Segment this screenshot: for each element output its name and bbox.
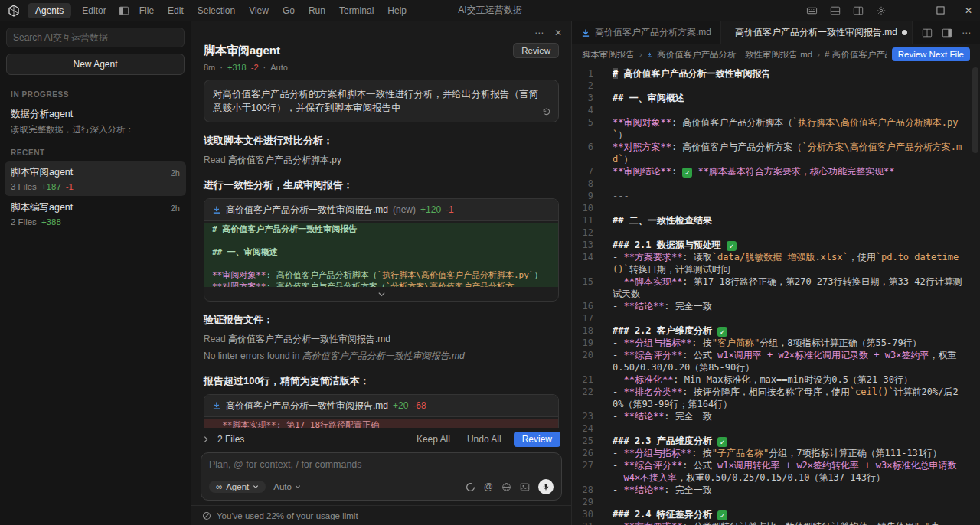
tab-plan-md[interactable]: 高价值客户产品分析方案.md [572,21,721,44]
user-message[interactable]: 对高价值客户产品分析的方案和脚本一致性进行分析，并给出分析报告（言简意赅小于10… [204,80,559,122]
file-link[interactable]: 高价值客户产品分析脚本.py [228,155,341,165]
sidebar-item-script-writer-agent[interactable]: 脚本编写agent 2h 2 Files +388 [5,197,186,231]
editor-line[interactable]: 28- **结论**: 完全一致 [572,484,980,496]
editor-line[interactable]: 11## 二、一致性检查结果 [572,214,980,227]
breadcrumb-symbol[interactable]: # 高价值客户产品分析一 [825,49,887,60]
editor-line[interactable]: 10 [572,202,980,214]
image-icon[interactable] [520,482,530,492]
search-box[interactable] [6,28,185,47]
menu-go[interactable]: Go [277,3,300,18]
editor-scrollbar[interactable] [972,67,978,153]
chevron-right-icon[interactable] [202,435,210,443]
markdown-file-icon [212,205,221,214]
tab-agents[interactable]: Agents [28,3,71,18]
editor-line[interactable]: 26- **分组与指标**: 按"子产品名称"分组，7项指标计算正确（第111-… [572,447,980,459]
maximize-button[interactable] [934,4,948,18]
editor-line[interactable]: 29 [572,496,980,508]
tool-read-line[interactable]: Read 高价值客户产品分析一致性审阅报告.md [204,333,559,346]
tab-review-report-md[interactable]: 高价值客户产品分析一致性审阅报告.md [721,21,913,44]
editor-line[interactable]: 21- **标准化**: Min-Max标准化，max==min时设为0.5（第… [572,373,980,386]
more-actions-icon[interactable]: ⋯ [962,28,971,38]
layout-panel-icon[interactable] [828,4,842,18]
editor-line[interactable]: 9--- [572,190,980,202]
editor-line[interactable]: 16- **结论**: 完全一致 [572,300,980,312]
editor-line[interactable]: 5**审阅对象**: 高价值客户产品分析脚本（`执行脚本\高价值客户产品分析脚本… [572,116,980,141]
menu-terminal[interactable]: Terminal [334,3,379,18]
editor-line[interactable]: 4 [572,104,980,116]
editor-line[interactable]: 7**审阅结论**: ✓ **脚本基本符合方案要求，核心功能完整实现** [572,165,980,178]
editor-line[interactable]: 12 [572,227,980,239]
menu-run[interactable]: Run [303,3,331,18]
sidebar-item-script-review-agent[interactable]: 脚本审阅agent 2h 3 Files +187 -1 [5,161,186,196]
split-editor-icon[interactable] [922,28,933,38]
editor-line[interactable]: 3## 一、审阅概述 [572,92,980,104]
editor-line[interactable]: 31- **方案要求**: 分类型特征计算占比，数值型特征计算均值，缺失值用"-… [572,520,980,525]
model-dropdown[interactable]: Auto [273,482,301,491]
more-actions-icon[interactable]: ⋯ [534,28,544,38]
tool-read-line[interactable]: Read 高价值客户产品分析脚本.py [204,154,559,167]
toggle-sidebar-icon[interactable] [117,4,131,18]
review-button[interactable]: Review [514,432,560,447]
composer-placeholder[interactable]: Plan, @ for context, / for commands [209,459,554,470]
settings-gear-icon[interactable] [874,4,888,18]
review-button-top[interactable]: Review [513,43,559,58]
diff-removed: -68 [413,400,426,411]
file-link[interactable]: 高价值客户产品分析一致性审阅报告.md [228,334,390,344]
editor-line[interactable]: 2 [572,80,980,92]
keyboard-icon[interactable] [805,4,819,18]
breadcrumb-file[interactable]: 高价值客户产品分析一致性审阅报告.md [657,49,812,60]
modified-dot-icon[interactable] [902,30,907,35]
search-input[interactable] [13,32,178,43]
line-content: ## 一、审阅概述 [603,92,980,104]
diff-card-simplified-report[interactable]: 高价值客户产品分析一致性审阅报告.md +20 -68 - **脚本实现**: … [204,394,559,428]
layout-right-icon[interactable] [851,4,865,18]
editor-line[interactable]: 13### 2.1 数据源与预处理 ✓ [572,239,980,251]
files-count[interactable]: 2 Files [217,434,244,445]
menu-selection[interactable]: Selection [192,3,240,18]
editor-line[interactable]: 27- **综合评分**: 公式 w1×调用转化率 + w2×签约转化率 + w… [572,459,980,484]
menu-edit[interactable]: Edit [162,3,189,18]
editor-line[interactable]: 18### 2.2 客户维度分析 ✓ [572,324,980,337]
editor-line[interactable]: 1# 高价值客户产品分析一致性审阅报告 [572,67,980,80]
editor-line[interactable]: 24 [572,422,980,435]
mention-icon[interactable]: @ [484,481,493,492]
editor-line[interactable]: 15- **脚本实现**: 第17-18行路径正确，第270-273行转换日期，… [572,276,980,300]
close-button[interactable]: ✕ [965,5,972,16]
editor-line[interactable]: 30### 2.4 特征差异分析 ✓ [572,508,980,520]
web-globe-icon[interactable] [501,482,511,492]
menu-file[interactable]: File [134,3,159,18]
editor-line[interactable]: 6**对照方案**: 高价值客户与产品分析方案（`分析方案\高价值客户产品分析方… [572,141,980,165]
toggle-panel-icon[interactable] [942,28,952,38]
line-content [603,227,980,239]
expand-diff-chevron-icon[interactable] [204,287,558,301]
restore-checkpoint-icon[interactable] [542,107,551,116]
breadcrumb-folder[interactable]: 脚本审阅报告 [582,49,635,60]
editor-line[interactable]: 8 [572,178,980,190]
keep-all-button[interactable]: Keep All [412,432,455,447]
editor-body[interactable]: 1# 高价值客户产品分析一致性审阅报告2 3## 一、审阅概述4 5**审阅对象… [572,64,980,525]
file-link[interactable]: 高价值客户产品分析一致性审阅报告.md [302,351,465,361]
menu-view[interactable]: View [243,3,274,18]
voice-mic-button[interactable] [538,479,554,494]
diff-file-name[interactable]: 高价值客户产品分析一致性审阅报告.md [226,399,388,412]
chat-scroll-area[interactable]: 脚本审阅agent Review 8m· +318 -2 ·Auto 对高价值客… [191,21,571,428]
undo-all-button[interactable]: Undo All [462,432,506,447]
editor-line[interactable]: 25### 2.3 产品维度分析 ✓ [572,435,980,447]
tab-editor[interactable]: Editor [74,3,113,18]
chat-composer[interactable]: Plan, @ for context, / for commands ∞ Ag… [201,452,562,501]
diff-file-name[interactable]: 高价值客户产品分析一致性审阅报告.md [226,204,388,217]
editor-line[interactable]: 22- **排名分类**: 按评分降序，相同按名称字母序，使用`ceil()`计… [572,386,980,410]
new-agent-button[interactable]: New Agent [6,54,185,75]
menu-help[interactable]: Help [382,3,412,18]
agent-mode-dropdown[interactable]: ∞ Agent [209,481,266,493]
minimize-button[interactable]: — [908,5,917,16]
editor-line[interactable]: 14- **方案要求**: 读取`data/脱敏数据_增强版.xlsx`，使用`… [572,251,980,276]
close-panel-icon[interactable]: ✕ [554,28,562,38]
review-next-file-button[interactable]: Review Next File [892,47,970,61]
editor-line[interactable]: 20- **综合评分**: 公式 w1×调用率 + w2×标准化调用记录数 + … [572,349,980,373]
sidebar-item-data-analysis-agent[interactable]: 数据分析agent 读取完整数据，进行深入分析： [5,103,186,140]
diff-card-new-report[interactable]: 高价值客户产品分析一致性审阅报告.md (new) +120 -1 # 高价值客… [204,198,559,302]
editor-line[interactable]: 23- **结论**: 完全一致 [572,410,980,422]
editor-line[interactable]: 17 [572,312,980,324]
editor-line[interactable]: 19- **分组与指标**: 按"客户简称"分组，8项指标计算正确（第55-79… [572,337,980,349]
